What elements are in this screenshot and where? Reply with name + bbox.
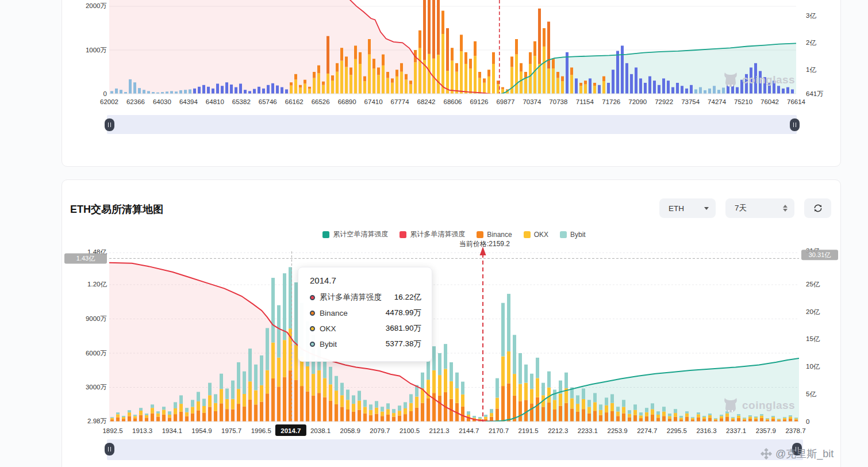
svg-text:2000万: 2000万 <box>86 2 107 9</box>
svg-text:2316.3: 2316.3 <box>696 427 716 434</box>
author-watermark: @克里斯_bit <box>760 447 834 461</box>
tooltip-row: OKX3681.90万 <box>310 323 421 334</box>
period-value: 7天 <box>735 203 747 213</box>
svg-text:2253.9: 2253.9 <box>607 427 627 434</box>
series-dot-icon <box>310 326 315 331</box>
svg-text:64394: 64394 <box>179 98 198 105</box>
svg-text:2170.7: 2170.7 <box>489 427 509 434</box>
svg-text:2亿: 2亿 <box>806 39 816 46</box>
series-dot-icon <box>310 342 315 347</box>
svg-text:0: 0 <box>806 418 809 425</box>
svg-text:9000万: 9000万 <box>86 315 107 322</box>
tooltip-series-label: Bybit <box>320 340 381 349</box>
refresh-icon <box>813 203 823 213</box>
svg-text:25亿: 25亿 <box>806 281 820 288</box>
svg-text:1000万: 1000万 <box>86 47 107 53</box>
svg-text:2357.9: 2357.9 <box>756 427 776 434</box>
svg-text:66526: 66526 <box>312 98 330 105</box>
svg-text:1954.9: 1954.9 <box>191 427 212 434</box>
tooltip-series-value: 3681.90万 <box>386 323 421 334</box>
svg-text:2212.3: 2212.3 <box>548 427 568 434</box>
legend-swatch <box>524 231 531 238</box>
svg-text:67774: 67774 <box>391 98 410 105</box>
legend-label: 累计空单清算强度 <box>333 229 388 239</box>
svg-text:70738: 70738 <box>549 98 567 105</box>
legend-item[interactable]: Bybit <box>560 231 586 239</box>
svg-text:30.31亿: 30.31亿 <box>809 251 831 258</box>
btc-chart-range-slider[interactable] <box>107 115 797 134</box>
eth-chart-title: ETH交易所清算地图 <box>70 202 163 216</box>
svg-text:76614: 76614 <box>787 98 806 105</box>
svg-text:71154: 71154 <box>576 98 594 105</box>
refresh-button[interactable] <box>804 198 831 218</box>
svg-text:1892.5: 1892.5 <box>102 427 122 434</box>
svg-text:64810: 64810 <box>206 98 224 105</box>
svg-text:1.20亿: 1.20亿 <box>87 281 107 288</box>
svg-text:62366: 62366 <box>126 98 145 105</box>
chart-tooltip: 2014.7 累计多单清算强度16.22亿Binance4478.99万OKX3… <box>298 267 432 362</box>
legend-label: 累计多单清算强度 <box>410 229 465 239</box>
svg-text:2337.1: 2337.1 <box>726 427 746 434</box>
bull-icon <box>723 72 738 88</box>
svg-text:65382: 65382 <box>232 98 251 105</box>
slider-handle-right[interactable] <box>790 118 800 131</box>
svg-text:1934.1: 1934.1 <box>162 427 182 434</box>
legend-label: OKX <box>534 231 548 239</box>
svg-text:2121.3: 2121.3 <box>429 427 450 434</box>
svg-text:65746: 65746 <box>259 98 277 105</box>
legend-label: Bybit <box>570 231 586 239</box>
svg-text:2038.1: 2038.1 <box>310 427 331 434</box>
svg-text:2144.7: 2144.7 <box>459 427 479 434</box>
legend-item[interactable]: OKX <box>524 231 548 239</box>
svg-text:2.98万: 2.98万 <box>87 418 107 424</box>
svg-text:10亿: 10亿 <box>806 363 820 370</box>
binance-diamond-icon <box>760 447 773 460</box>
svg-text:2233.1: 2233.1 <box>578 427 598 434</box>
svg-text:2014.7: 2014.7 <box>281 427 301 434</box>
svg-text:1996.5: 1996.5 <box>251 427 271 434</box>
svg-text:0: 0 <box>103 90 107 97</box>
period-stepper[interactable]: 7天 <box>725 198 794 218</box>
tooltip-series-label: OKX <box>320 324 381 333</box>
slider-handle-left[interactable] <box>105 118 114 131</box>
svg-text:69126: 69126 <box>470 98 488 105</box>
eth-chart-range-slider[interactable] <box>107 439 803 460</box>
author-watermark-text: @克里斯_bit <box>775 447 834 461</box>
svg-text:66890: 66890 <box>338 98 356 105</box>
svg-text:20亿: 20亿 <box>806 308 820 315</box>
svg-text:76042: 76042 <box>761 98 779 105</box>
symbol-select-value: ETH <box>669 204 684 213</box>
svg-text:5亿: 5亿 <box>806 391 816 397</box>
slider-handle-left[interactable] <box>105 443 114 455</box>
legend-swatch <box>400 231 406 238</box>
svg-text:68242: 68242 <box>417 98 436 105</box>
svg-text:2100.5: 2100.5 <box>400 427 420 434</box>
legend-item[interactable]: Binance <box>477 231 512 239</box>
tooltip-series-value: 4478.99万 <box>386 308 421 318</box>
svg-text:2378.7: 2378.7 <box>785 427 805 434</box>
bull-icon <box>723 397 738 414</box>
tooltip-series-label: 累计多单清算强度 <box>320 292 390 303</box>
legend-item[interactable]: 累计多单清算强度 <box>400 229 465 239</box>
tooltip-rows: 累计多单清算强度16.22亿Binance4478.99万OKX3681.90万… <box>310 292 421 349</box>
svg-text:15亿: 15亿 <box>806 335 820 342</box>
coinglass-watermark: coinglass <box>723 397 795 414</box>
svg-text:70374: 70374 <box>523 98 541 105</box>
svg-text:68606: 68606 <box>444 98 462 105</box>
svg-text:66162: 66162 <box>285 98 304 105</box>
svg-text:2191.5: 2191.5 <box>519 427 539 434</box>
legend-item[interactable]: 累计空单清算强度 <box>322 229 388 239</box>
svg-text:1亿: 1亿 <box>806 66 816 73</box>
svg-text:69877: 69877 <box>496 98 514 105</box>
symbol-select[interactable]: ETH <box>659 198 716 218</box>
brand-watermark-text: coinglass <box>742 74 795 86</box>
chart-legend: 累计空单清算强度累计多单清算强度BinanceOKXBybit <box>109 229 799 239</box>
tooltip-series-value: 16.22亿 <box>394 292 421 303</box>
svg-text:2058.9: 2058.9 <box>340 427 360 434</box>
legend-label: Binance <box>487 231 512 239</box>
legend-swatch <box>477 231 483 238</box>
svg-text:73754: 73754 <box>681 98 700 105</box>
svg-text:2274.7: 2274.7 <box>637 427 657 434</box>
svg-text:1975.7: 1975.7 <box>221 427 241 434</box>
legend-swatch <box>560 231 567 238</box>
